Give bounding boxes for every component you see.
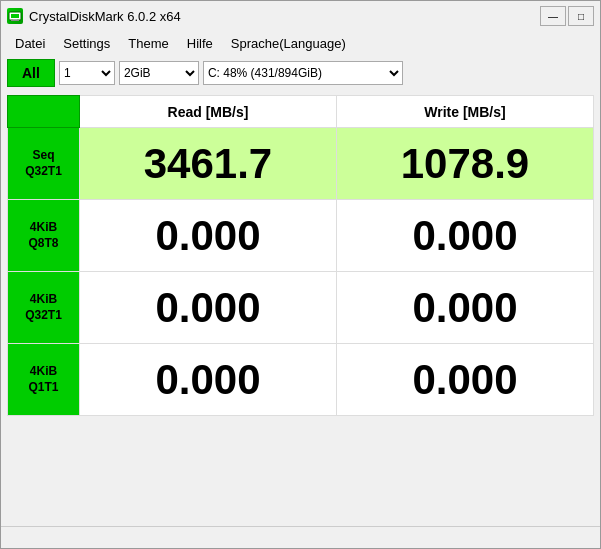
svg-rect-1 bbox=[11, 14, 19, 18]
benchmark-table: Read [MB/s] Write [MB/s] Seq Q32T1 3461.… bbox=[7, 95, 594, 416]
write-value-4kib-q32t1: 0.000 bbox=[337, 272, 594, 344]
window-title: CrystalDiskMark 6.0.2 x64 bbox=[29, 9, 181, 24]
menu-hilfe[interactable]: Hilfe bbox=[179, 34, 221, 53]
menubar: Datei Settings Theme Hilfe Sprache(Langu… bbox=[1, 31, 600, 55]
write-value-seq: 1078.9 bbox=[337, 128, 594, 200]
row-label-4kib-q8t8: 4KiB Q8T8 bbox=[8, 200, 80, 272]
menu-datei[interactable]: Datei bbox=[7, 34, 53, 53]
table-row: Seq Q32T1 3461.7 1078.9 bbox=[8, 128, 594, 200]
read-value-4kib-q1t1: 0.000 bbox=[80, 344, 337, 416]
row-label-line2: Q32T1 bbox=[25, 164, 62, 178]
toolbar: All 1 3 5 512MiB 1GiB 2GiB 4GiB C: 48% (… bbox=[1, 55, 600, 91]
drive-select[interactable]: C: 48% (431/894GiB) bbox=[203, 61, 403, 85]
app-window: CrystalDiskMark 6.0.2 x64 — □ Datei Sett… bbox=[0, 0, 601, 549]
header-read: Read [MB/s] bbox=[80, 96, 337, 128]
menu-theme[interactable]: Theme bbox=[120, 34, 176, 53]
row-label-line1: 4KiB bbox=[30, 220, 57, 234]
menu-settings[interactable]: Settings bbox=[55, 34, 118, 53]
table-row: 4KiB Q1T1 0.000 0.000 bbox=[8, 344, 594, 416]
row-label-line2: Q32T1 bbox=[25, 308, 62, 322]
window-controls: — □ bbox=[540, 6, 594, 26]
header-label-cell bbox=[8, 96, 80, 128]
row-label-4kib-q1t1: 4KiB Q1T1 bbox=[8, 344, 80, 416]
main-content: Read [MB/s] Write [MB/s] Seq Q32T1 3461.… bbox=[1, 91, 600, 526]
size-select[interactable]: 512MiB 1GiB 2GiB 4GiB bbox=[119, 61, 199, 85]
row-label-line2: Q8T8 bbox=[28, 236, 58, 250]
row-label-4kib-q32t1: 4KiB Q32T1 bbox=[8, 272, 80, 344]
row-label-seq: Seq Q32T1 bbox=[8, 128, 80, 200]
minimize-button[interactable]: — bbox=[540, 6, 566, 26]
table-row: 4KiB Q32T1 0.000 0.000 bbox=[8, 272, 594, 344]
row-label-line1: 4KiB bbox=[30, 364, 57, 378]
read-value-seq: 3461.7 bbox=[80, 128, 337, 200]
titlebar-left: CrystalDiskMark 6.0.2 x64 bbox=[7, 8, 181, 24]
header-write: Write [MB/s] bbox=[337, 96, 594, 128]
titlebar: CrystalDiskMark 6.0.2 x64 — □ bbox=[1, 1, 600, 31]
write-value-4kib-q1t1: 0.000 bbox=[337, 344, 594, 416]
row-label-line2: Q1T1 bbox=[28, 380, 58, 394]
all-button[interactable]: All bbox=[7, 59, 55, 87]
row-label-line1: 4KiB bbox=[30, 292, 57, 306]
menu-language[interactable]: Sprache(Language) bbox=[223, 34, 354, 53]
runs-select[interactable]: 1 3 5 bbox=[59, 61, 115, 85]
table-row: 4KiB Q8T8 0.000 0.000 bbox=[8, 200, 594, 272]
app-icon bbox=[7, 8, 23, 24]
status-bar bbox=[1, 526, 600, 548]
read-value-4kib-q32t1: 0.000 bbox=[80, 272, 337, 344]
maximize-button[interactable]: □ bbox=[568, 6, 594, 26]
row-label-line1: Seq bbox=[32, 148, 54, 162]
write-value-4kib-q8t8: 0.000 bbox=[337, 200, 594, 272]
read-value-4kib-q8t8: 0.000 bbox=[80, 200, 337, 272]
svg-rect-3 bbox=[11, 20, 19, 21]
